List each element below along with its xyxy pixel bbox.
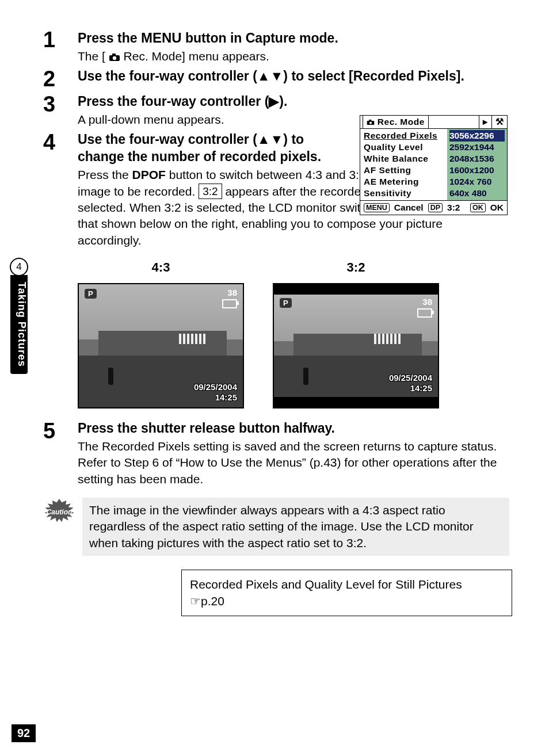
date: 09/25/2004 — [389, 373, 432, 383]
text: Rec. Mode] menu appears. — [124, 49, 269, 63]
lcd-preview-3-2: P 38 09/25/2004 14:25 — [273, 283, 439, 408]
step-subtext: The Recorded Pixels setting is saved and… — [78, 438, 509, 487]
step-number: 4 — [43, 131, 78, 249]
reference-box: Recorded Pixels and Quality Level for St… — [181, 570, 512, 616]
menu-item-names: Recorded Pixels Quality Level White Bala… — [360, 129, 447, 200]
svg-point-2 — [113, 56, 116, 60]
step-subtext: The [ Rec. Mode] menu appears. — [78, 48, 509, 64]
menu-value: 1600x1200 — [449, 165, 505, 176]
menu-kbd: MENU — [364, 203, 390, 212]
step-5: 5 Press the shutter release button halfw… — [43, 420, 509, 487]
svg-point-5 — [369, 121, 372, 124]
menu-item: Sensitivity — [364, 188, 445, 199]
camera-icon — [109, 53, 120, 62]
menu-tab-setup-icon: ⚒ — [491, 116, 508, 128]
step-1: 1 Press the MENU button in Capture mode.… — [43, 29, 509, 64]
page-number: 92 — [12, 724, 36, 742]
ratio-label: 4:3 — [78, 260, 244, 275]
rec-mode-menu: Rec. Mode ▸ ⚒ Recorded Pixels Quality Le… — [360, 115, 508, 215]
menu-title: Rec. Mode — [378, 117, 425, 127]
reference-title: Recorded Pixels and Quality Level for St… — [190, 576, 504, 593]
step-number: 3 — [43, 93, 78, 128]
datetime-overlay: 09/25/2004 14:25 — [194, 382, 237, 403]
dp-kbd: DP — [428, 203, 443, 212]
menu-value: 2048x1536 — [449, 153, 505, 165]
preview-3-2: 3:2 P 38 09/25/2004 14:25 — [273, 260, 439, 408]
camera-icon — [367, 119, 375, 125]
battery-icon — [417, 308, 432, 318]
text: Press the — [78, 168, 132, 181]
date: 09/25/2004 — [194, 382, 237, 392]
step-title: Press the MENU button in Capture mode. — [78, 29, 509, 47]
ok-kbd: OK — [470, 203, 486, 212]
ratio-label: 3:2 — [273, 260, 439, 275]
ok-label: OK — [490, 203, 504, 213]
step-number: 5 — [43, 420, 78, 487]
step-title: Use the four-way controller (▲▼) to chan… — [78, 131, 331, 166]
menu-tab-playback-icon: ▸ — [479, 116, 491, 128]
shots-remaining: 38 — [227, 288, 237, 297]
menu-tabbar: Rec. Mode ▸ ⚒ — [360, 116, 507, 129]
menu-item: AF Setting — [364, 165, 445, 176]
caution-text: The image in the viewfinder always appea… — [82, 498, 509, 556]
dp-value: 3:2 — [447, 203, 460, 213]
menu-item: Recorded Pixels — [364, 130, 445, 142]
caution-note: Caution The image in the viewfinder alwa… — [43, 498, 509, 556]
mode-badge: P — [280, 298, 292, 308]
menu-item: White Balance — [364, 153, 445, 165]
text: button in Capture mode. — [182, 30, 338, 45]
text: Press the — [78, 30, 141, 45]
caution-label: Caution — [43, 499, 75, 525]
menu-item: Quality Level — [364, 142, 445, 153]
chapter-number: 4 — [10, 258, 28, 276]
shots-remaining: 38 — [422, 297, 432, 307]
cancel-label: Cancel — [394, 203, 424, 213]
aspect-box-label: 3:2 — [199, 184, 222, 200]
menu-value-selected: 3056x2296 — [449, 130, 505, 142]
chapter-title: Taking Pictures — [10, 275, 28, 374]
mode-badge: P — [85, 289, 97, 299]
step-2: 2 Use the four-way controller (▲▼) to se… — [43, 68, 509, 90]
menu-item: AE Metering — [364, 176, 445, 188]
menu-word: MENU — [141, 30, 182, 45]
step-number: 2 — [43, 68, 78, 90]
time: 14:25 — [194, 392, 237, 403]
menu-value: 2592x1944 — [449, 142, 505, 153]
menu-footer: MENU Cancel DP 3:2 OK OK — [360, 200, 507, 215]
menu-value: 640x 480 — [449, 188, 505, 199]
preview-4-3: 4:3 P 38 09/25/2004 14:25 — [78, 260, 244, 408]
text: The [ — [78, 49, 105, 63]
menu-tab-rec: Rec. Mode — [363, 115, 429, 128]
svg-rect-1 — [112, 54, 116, 56]
step-title: Press the shutter release button halfway… — [78, 420, 509, 437]
lcd-preview-4-3: P 38 09/25/2004 14:25 — [78, 283, 244, 408]
step-number: 1 — [43, 29, 78, 64]
step-title: Use the four-way controller (▲▼) to sele… — [78, 68, 509, 85]
step-title: Press the four-way controller (▶). — [78, 93, 509, 110]
time: 14:25 — [389, 383, 432, 394]
reference-page: ☞p.20 — [190, 593, 504, 609]
dpof-word: DPOF — [132, 168, 166, 181]
svg-rect-4 — [369, 120, 371, 121]
battery-icon — [222, 299, 237, 308]
caution-icon: Caution — [43, 499, 75, 525]
menu-value: 1024x 760 — [449, 176, 505, 188]
aspect-ratio-previews: 4:3 P 38 09/25/2004 14:25 3:2 P 38 — [78, 260, 509, 408]
datetime-overlay: 09/25/2004 14:25 — [389, 373, 432, 394]
menu-item-values: 3056x2296 2592x1944 2048x1536 1600x1200 … — [447, 129, 507, 200]
side-tab: 4 Taking Pictures — [9, 258, 29, 374]
